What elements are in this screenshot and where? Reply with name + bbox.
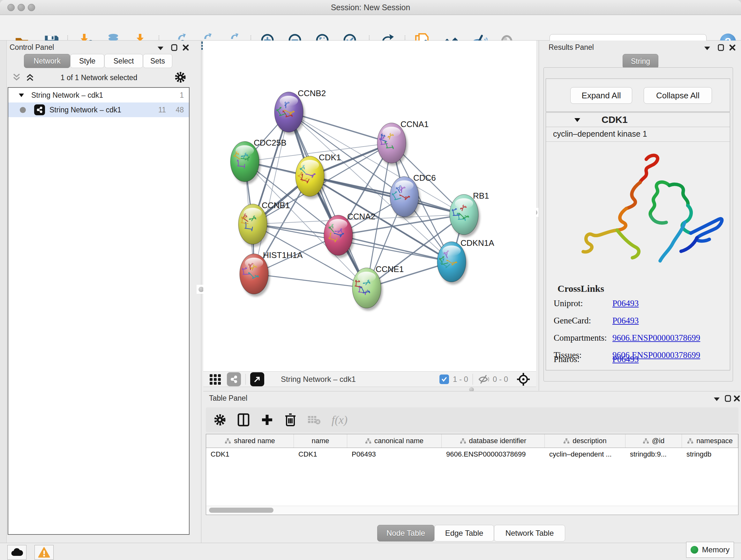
delete-table-icon-disabled [307, 415, 321, 425]
network-collection-label: String Network – cdk1 [31, 91, 103, 100]
collapse-all-button[interactable]: Collapse All [644, 87, 712, 104]
results-panel-float-icon[interactable] [718, 44, 724, 51]
string-network-icon [34, 105, 45, 115]
node-label-CDK1: CDK1 [319, 152, 341, 162]
expand-all-button[interactable]: Expand All [570, 87, 632, 104]
crosslink-link[interactable]: P06493 [612, 299, 639, 313]
network-edge[interactable] [254, 112, 289, 274]
network-tree: String Network – cdk1 1 String Network –… [8, 87, 190, 535]
table-panel-collapse-icon[interactable] [713, 396, 720, 401]
tab-style[interactable]: Style [70, 54, 105, 68]
birds-eye-crosshair-icon[interactable] [516, 372, 530, 386]
network-node-RB1[interactable]: RB1 [450, 191, 489, 237]
node-label-HIST1H1A: HIST1H1A [263, 250, 303, 260]
cloud-icon [10, 548, 23, 557]
collapse-all-networks-icon[interactable] [12, 73, 21, 81]
network-node-CDKN1A[interactable]: CDKN1A [437, 238, 494, 285]
protein-description: cyclin–dependent kinase 1 [553, 129, 647, 138]
node-label-CCNA1: CCNA1 [401, 119, 428, 129]
network-view-title: String Network – cdk1 [281, 375, 356, 384]
protein-card-header[interactable]: CDK1 [546, 113, 730, 127]
grid-view-icon[interactable] [208, 372, 222, 386]
network-edge[interactable] [310, 176, 464, 214]
network-node-CCNE1[interactable]: CCNE1 [352, 264, 404, 311]
tab-select[interactable]: Select [105, 54, 143, 68]
table-options-gear-icon[interactable] [213, 414, 226, 426]
node-label-CDKN1A: CDKN1A [461, 238, 494, 248]
network-row-selected[interactable]: String Network – cdk1 11 48 [8, 103, 189, 117]
control-panel-float-icon[interactable] [171, 44, 178, 51]
network-selection-status: 1 of 1 Network selected [42, 73, 156, 82]
control-panel-close-icon[interactable] [183, 44, 189, 51]
table-cell[interactable]: stringdb:9... [625, 448, 682, 461]
string-view-icon[interactable] [227, 372, 241, 386]
table-panel-title: Table Panel [209, 394, 247, 402]
tab-sets[interactable]: Sets [143, 54, 172, 68]
table-cell[interactable]: 9606.ENSP00000378699 [442, 448, 545, 461]
tree-expand-icon[interactable] [18, 93, 24, 98]
expand-collapse-box: Expand All Collapse All [546, 78, 730, 112]
crosslink-link[interactable]: P06493 [612, 354, 639, 369]
string-results-box: Expand All Collapse All CDK1 cyclin–depe… [543, 67, 733, 381]
card-collapse-icon[interactable] [574, 118, 581, 122]
tab-edge-table[interactable]: Edge Table [434, 525, 494, 542]
node-label-CCNA2: CCNA2 [347, 212, 375, 221]
control-panel-collapse-icon[interactable] [157, 46, 164, 51]
expand-all-networks-icon[interactable] [25, 73, 35, 81]
network-edge[interactable] [254, 274, 367, 288]
network-view-toolbar: String Network – cdk1 1 - 0 0 - 0 [203, 371, 536, 387]
tab-string[interactable]: String [623, 54, 658, 69]
warning-button[interactable] [35, 545, 54, 560]
network-node-CCNA1[interactable]: CCNA1 [377, 119, 428, 166]
protein-name: CDK1 [602, 114, 628, 125]
table-horizontal-scrollbar[interactable] [206, 506, 738, 514]
show-columns-icon[interactable] [237, 413, 250, 427]
view-indicator-dot [20, 107, 26, 113]
results-panel-close-icon[interactable] [729, 44, 736, 51]
network-collection-row[interactable]: String Network – cdk1 1 [8, 88, 189, 103]
table-cell[interactable]: CDK1 [206, 448, 294, 461]
network-node-CCNA2[interactable]: CCNA2 [324, 212, 375, 258]
crosslink-link[interactable]: P06493 [612, 316, 639, 330]
network-node-CDC6[interactable]: CDC6 [390, 173, 436, 219]
network-node-CDK1[interactable]: CDK1 [295, 152, 341, 199]
selected-counter: 1 - 0 [453, 375, 468, 384]
network-options-gear-icon[interactable] [174, 71, 186, 83]
network-view[interactable]: CCNB2CCNA1CDC25BCDK1CDC6RB1CCNB1CCNA2CDK… [203, 41, 536, 371]
application-window: Session: New Session [0, 0, 741, 560]
table-panel-close-icon[interactable] [734, 395, 740, 401]
crosslink-link[interactable]: 9606.ENSP00000378699 [612, 333, 700, 348]
memory-button[interactable]: Memory [686, 542, 734, 558]
node-label-RB1: RB1 [473, 191, 489, 200]
network-label: String Network – cdk1 [50, 106, 121, 114]
table-cell[interactable]: stringdb [682, 448, 738, 461]
crosslink-row: Pharos: P06493 [554, 354, 726, 369]
cloud-button[interactable] [7, 545, 26, 560]
network-edge[interactable] [289, 112, 367, 288]
network-canvas[interactable]: CCNB2CCNA1CDC25BCDK1CDC6RB1CCNB1CCNA2CDK… [203, 41, 536, 371]
network-node-HIST1H1A[interactable]: HIST1H1A [240, 250, 303, 297]
node-table[interactable]: shared namenamecanonical namedatabase id… [206, 434, 738, 515]
table-cell[interactable]: cyclin–dependent ... [545, 448, 625, 461]
node-label-CCNB1: CCNB1 [262, 200, 290, 210]
table-cell[interactable]: CDK1 [294, 448, 347, 461]
add-column-icon[interactable] [261, 414, 273, 426]
table-toolbar: f(x) [206, 408, 738, 432]
window-title: Session: New Session [0, 0, 741, 15]
tab-network[interactable]: Network [24, 54, 70, 68]
network-edge[interactable] [338, 235, 452, 262]
table-cell[interactable]: P06493 [347, 448, 442, 461]
function-builder-icon-disabled: f(x) [332, 413, 347, 427]
scrollbar-thumb[interactable] [209, 508, 273, 513]
results-panel-collapse-icon[interactable] [704, 46, 711, 51]
open-in-new-window-icon[interactable] [250, 372, 264, 386]
network-node-CCNB2[interactable]: CCNB2 [274, 88, 326, 135]
tab-node-table[interactable]: Node Table [377, 525, 434, 542]
warning-icon [38, 547, 50, 558]
selected-nodes-checkbox[interactable] [440, 374, 449, 384]
delete-column-icon[interactable] [284, 413, 296, 427]
protein-card: CDK1 cyclin–dependent kinase 1 [546, 112, 730, 370]
table-panel-float-icon[interactable] [725, 395, 731, 402]
hidden-elements-icon [477, 374, 490, 384]
tab-network-table[interactable]: Network Table [494, 525, 565, 542]
